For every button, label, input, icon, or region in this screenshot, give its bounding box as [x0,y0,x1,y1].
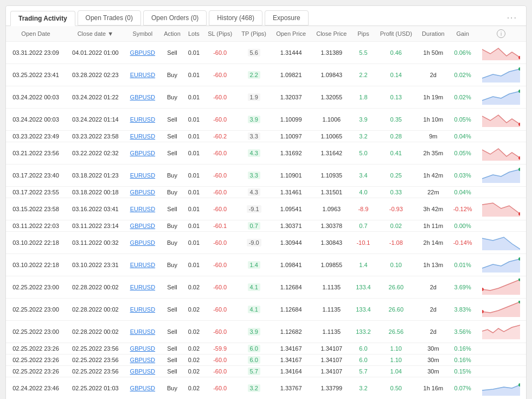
mini-chart-cell [476,142,526,164]
svg-marker-8 [482,149,520,161]
col-open-price: Open Price [271,26,311,42]
tab-exposure[interactable]: Exposure [265,10,309,26]
symbol-link[interactable]: EURUSD [130,328,155,335]
tp-value: 0.7 [248,222,260,230]
table-row: 03.31.2022 23:0904.01.2022 01:00GBPUSDSe… [6,42,526,64]
symbol-link[interactable]: GBPUSD [130,49,155,56]
col-tp: TP (Pips) [237,26,271,42]
table-row: 03.21.2022 23:5603.22.2022 02:32GBPUSDSe… [6,142,526,164]
more-options-button[interactable]: ··· [503,11,522,25]
mini-chart-cell [476,354,526,366]
mini-chart-cell [476,220,526,232]
symbol-link[interactable]: EURUSD [130,133,155,140]
col-symbol: Symbol [125,26,160,42]
table-row: 03.23.2022 23:4903.23.2022 23:58EURUSDSe… [6,131,526,142]
symbol-link[interactable]: EURUSD [130,72,155,78]
tp-value: 4.1 [248,306,260,313]
tp-value: 3.3 [248,132,260,140]
tab-open-trades[interactable]: Open Trades (0) [78,10,141,26]
symbol-link[interactable]: EURUSD [130,172,155,179]
tp-value: 3.2 [248,384,260,392]
tab-open-orders[interactable]: Open Orders (0) [143,10,207,26]
tp-value: 4.3 [248,149,260,157]
trades-table: Open Date Close date ▼ Symbol Action Lot… [6,26,526,399]
mini-chart-cell [476,187,526,198]
tab-history[interactable]: History (468) [209,10,262,26]
table-row: 03.17.2022 23:5503.18.2022 00:18GBPUSDBu… [6,187,526,198]
symbol-link[interactable]: GBPUSD [130,385,155,391]
svg-marker-24 [482,385,520,396]
table-row: 02.24.2022 23:4602.25.2022 01:03GBPUSDBu… [6,377,526,400]
col-open-date: Open Date [6,26,66,42]
mini-chart-cell [476,198,526,220]
mini-chart-cell [476,299,526,321]
col-duration: Duration [418,26,449,42]
table-row: 03.24.2022 00:0303.24.2022 01:14EURUSDSe… [6,109,526,131]
svg-marker-6 [482,115,520,127]
tp-value: 1.9 [248,93,260,101]
col-sl: SL (Pips) [203,26,237,42]
symbol-link[interactable]: GBPUSD [130,357,155,363]
col-profit: Profit (USD) [375,26,418,42]
mini-chart-cell [476,343,526,354]
tp-value: 3.9 [248,328,260,335]
tab-trading-activity[interactable]: Trading Activity [10,11,75,26]
table-row: 03.24.2022 00:0303.24.2022 01:22GBPUSDBu… [6,86,526,109]
table-row: 02.25.2022 23:0002.28.2022 00:02EURUSDSe… [6,321,526,343]
tp-value: 1.4 [248,261,260,269]
tp-value: 5.7 [248,368,260,375]
symbol-link[interactable]: EURUSD [130,306,155,313]
table-row: 03.15.2022 23:5803.16.2022 03:41EURUSDSe… [6,198,526,220]
col-pips: Pips [352,26,375,42]
mini-chart-cell [476,109,526,131]
trading-activity-container: Trading Activity Open Trades (0) Open Or… [5,5,527,399]
mini-chart-cell [476,377,526,400]
info-icon[interactable]: i [497,29,505,38]
col-close-price: Close Price [311,26,352,42]
symbol-link[interactable]: GBPUSD [130,150,155,156]
tp-value: 4.3 [248,188,260,196]
symbol-link[interactable]: GBPUSD [130,189,155,195]
table-row: 03.25.2022 23:4103.28.2022 02:23EURUSDBu… [6,64,526,86]
tp-value: 3.3 [248,172,260,179]
svg-marker-23 [482,325,520,339]
table-row: 02.25.2022 23:0002.28.2022 00:02EURUSDSe… [6,299,526,321]
mini-chart-cell [476,64,526,86]
col-action: Action [160,26,184,42]
mini-chart-cell [476,42,526,64]
col-close-date[interactable]: Close date ▼ [66,26,125,42]
symbol-link[interactable]: GBPUSD [130,94,155,100]
symbol-link[interactable]: EURUSD [130,206,155,212]
symbol-link[interactable]: GBPUSD [130,345,155,352]
table-row: 02.25.2022 23:0002.28.2022 00:02EURUSDSe… [6,276,526,299]
mini-chart-cell [476,321,526,343]
tab-bar: Trading Activity Open Trades (0) Open Or… [6,6,526,26]
symbol-link[interactable]: GBPUSD [130,368,155,375]
table-row: 03.17.2022 23:4003.18.2022 01:23EURUSDBu… [6,164,526,187]
table-row: 03.11.2022 22:0303.11.2022 23:14GBPUSDBu… [6,220,526,232]
col-chart: i [476,26,526,42]
symbol-link[interactable]: GBPUSD [130,239,155,246]
svg-marker-0 [482,48,520,60]
symbol-link[interactable]: EURUSD [130,262,155,268]
mini-chart-cell [476,164,526,187]
table-row: 03.10.2022 22:1803.11.2022 00:32GBPUSDBu… [6,232,526,254]
mini-chart-cell [476,131,526,142]
tp-value: -9.0 [247,239,261,246]
tp-value: 4.1 [248,283,260,291]
table-row: 02.25.2022 23:2602.25.2022 23:56GBPUSDSe… [6,354,526,366]
symbol-link[interactable]: EURUSD [130,116,155,123]
tp-value: 3.9 [248,116,260,123]
symbol-link[interactable]: GBPUSD [130,223,155,229]
tp-value: 2.2 [248,71,260,79]
col-gain: Gain [449,26,476,42]
mini-chart-cell [476,86,526,109]
tp-value: 6.0 [248,356,260,364]
symbol-link[interactable]: EURUSD [130,284,155,290]
table-row: 03.10.2022 22:1803.10.2022 23:31EURUSDBu… [6,254,526,276]
col-lots: Lots [184,26,203,42]
tp-value: 6.0 [248,345,260,352]
mini-chart-cell [476,254,526,276]
tp-value: 5.6 [248,49,260,56]
mini-chart-cell [476,232,526,254]
